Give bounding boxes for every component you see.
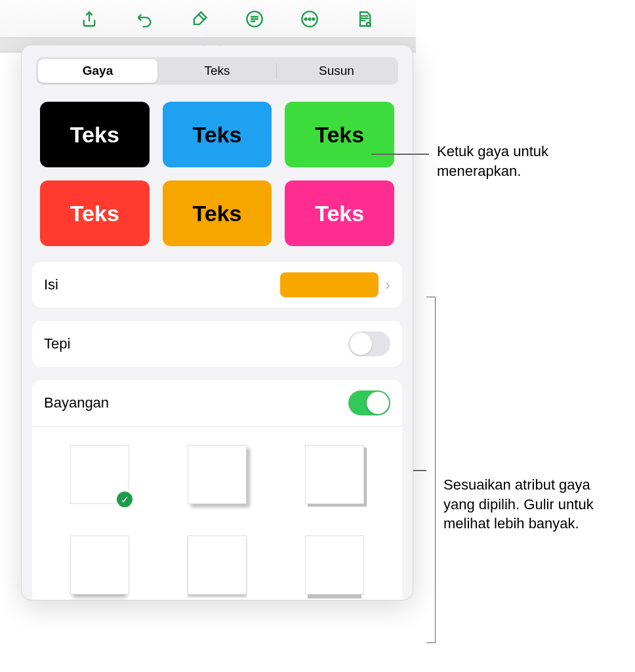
svg-point-5 xyxy=(367,22,371,26)
checkmark-icon: ✓ xyxy=(115,490,134,509)
callout-line-1 xyxy=(371,154,429,155)
style-preset-blue[interactable]: Teks xyxy=(163,102,272,167)
shadow-toggle[interactable] xyxy=(348,390,390,415)
shadow-option-offset[interactable] xyxy=(305,445,364,504)
more-icon[interactable] xyxy=(298,7,321,31)
fill-section: Isi › xyxy=(32,262,402,308)
shadow-option-contact[interactable] xyxy=(70,536,129,595)
svg-point-3 xyxy=(309,18,311,20)
fill-row[interactable]: Isi › xyxy=(32,262,402,308)
chevron-right-icon: › xyxy=(385,276,390,294)
callout-apply-style: Ketuk gaya untuk menerapkan. xyxy=(437,142,607,180)
style-label: Teks xyxy=(70,201,119,226)
tab-gaya[interactable]: Gaya xyxy=(38,59,157,83)
shadow-label: Bayangan xyxy=(44,394,109,411)
shadow-option-drop[interactable] xyxy=(188,445,247,504)
style-preset-green[interactable]: Teks xyxy=(285,102,394,167)
shadow-option-curved[interactable] xyxy=(305,536,364,595)
style-label: Teks xyxy=(70,122,119,148)
format-popover: Gaya Teks Susun Teks Teks Teks Teks Teks… xyxy=(21,45,413,600)
callout-bracket xyxy=(426,297,436,643)
style-label: Teks xyxy=(193,122,242,148)
border-row: Tepi xyxy=(32,321,402,367)
shadow-options-grid: ✓ xyxy=(32,427,402,600)
tab-susun[interactable]: Susun xyxy=(277,59,396,83)
style-preset-orange[interactable]: Teks xyxy=(163,180,272,246)
shadow-header-row: Bayangan xyxy=(32,380,402,427)
style-preset-black[interactable]: Teks xyxy=(40,102,150,167)
share-icon[interactable] xyxy=(77,7,101,31)
style-label: Teks xyxy=(315,201,364,226)
list-icon[interactable] xyxy=(243,7,266,31)
border-label: Tepi xyxy=(44,335,70,352)
fill-color-swatch[interactable] xyxy=(280,272,379,297)
callout-customize: Sesuaikan atribut gaya yang dipilih. Gul… xyxy=(443,475,614,534)
style-label: Teks xyxy=(315,122,364,148)
svg-point-2 xyxy=(305,18,307,20)
tab-teks[interactable]: Teks xyxy=(157,59,277,83)
shadow-option-below[interactable] xyxy=(188,536,247,595)
shadow-option-none[interactable]: ✓ xyxy=(70,445,129,504)
border-toggle[interactable] xyxy=(348,331,390,356)
format-brush-icon[interactable] xyxy=(188,7,211,31)
document-view-icon[interactable] xyxy=(353,7,377,31)
tab-label: Susun xyxy=(319,64,354,78)
svg-point-4 xyxy=(312,18,314,20)
tab-segmented-control: Gaya Teks Susun xyxy=(36,57,398,85)
callout-line-2 xyxy=(413,470,426,471)
style-label: Teks xyxy=(193,201,242,226)
fill-label: Isi xyxy=(44,276,58,293)
undo-icon[interactable] xyxy=(133,7,156,31)
tab-label: Teks xyxy=(204,64,230,78)
style-preset-pink[interactable]: Teks xyxy=(285,180,394,246)
toolbar xyxy=(0,0,416,38)
style-preset-grid: Teks Teks Teks Teks Teks Teks xyxy=(22,94,413,262)
shadow-section: Bayangan ✓ xyxy=(32,380,402,600)
tab-label: Gaya xyxy=(83,64,113,78)
style-preset-red[interactable]: Teks xyxy=(40,180,150,246)
border-section: Tepi xyxy=(32,321,402,367)
